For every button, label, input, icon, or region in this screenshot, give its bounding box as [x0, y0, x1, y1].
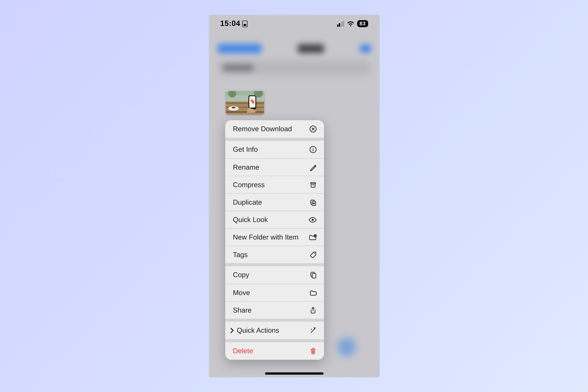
menu-item-label: Rename — [233, 163, 308, 171]
menu-item-label: Delete — [233, 347, 308, 355]
menu-item-delete[interactable]: Delete — [225, 342, 324, 360]
archive-icon — [308, 181, 317, 188]
app-header-blurred — [209, 37, 379, 89]
svg-point-17 — [312, 148, 313, 148]
menu-item-get-info[interactable]: Get Info — [225, 141, 324, 158]
eye-icon — [308, 216, 317, 224]
share-icon — [308, 306, 317, 314]
menu-item-label: Move — [233, 289, 308, 296]
menu-item-label: Duplicate — [233, 198, 308, 206]
menu-item-label: Compress — [233, 181, 308, 188]
wand-icon — [308, 326, 317, 334]
copy-icon — [308, 271, 317, 279]
title-blurred — [298, 44, 324, 53]
menu-item-move[interactable]: Move — [225, 284, 324, 301]
menu-item-duplicate[interactable]: Duplicate — [225, 193, 324, 211]
svg-rect-3 — [226, 102, 264, 104]
pencil-icon — [308, 163, 317, 171]
menu-item-label: New Folder with Item — [233, 233, 308, 241]
menu-item-label: Get Info — [233, 146, 308, 154]
menu-item-label: Quick Actions — [237, 326, 308, 334]
chevron-right-icon — [229, 327, 234, 334]
svg-rect-18 — [310, 182, 315, 184]
back-button-blurred — [218, 44, 261, 53]
search-field-blurred — [218, 60, 370, 75]
menu-item-rename[interactable]: Rename — [225, 158, 324, 176]
cellular-signal-icon — [337, 21, 344, 26]
duplicate-icon — [308, 198, 317, 206]
menu-item-tags[interactable]: Tags — [225, 246, 324, 263]
iphone-screenshot: 15:04 83 — [209, 15, 379, 377]
more-button-blurred — [360, 44, 370, 52]
menu-item-quick-actions[interactable]: Quick Actions — [225, 322, 324, 339]
wifi-icon — [347, 21, 354, 26]
status-time: 15:04 — [220, 19, 240, 28]
trash-icon — [308, 347, 317, 355]
tab-bar-dot-blurred — [337, 338, 356, 356]
folder-icon — [308, 289, 317, 296]
menu-item-compress[interactable]: Compress — [225, 176, 324, 193]
menu-item-label: Remove Download — [233, 125, 308, 133]
home-indicator — [265, 372, 323, 374]
sim-card-icon — [242, 20, 248, 27]
menu-item-label: Quick Look — [233, 216, 308, 224]
menu-item-quick-look[interactable]: Quick Look — [225, 211, 324, 228]
info-icon — [308, 146, 317, 154]
svg-rect-5 — [226, 111, 264, 113]
menu-item-copy[interactable]: Copy — [225, 266, 324, 284]
tag-icon — [308, 250, 317, 258]
menu-item-label: Tags — [233, 250, 308, 258]
battery-indicator: 83 — [357, 20, 368, 27]
status-bar-left: 15:04 — [220, 19, 248, 28]
context-menu: Remove DownloadGet InfoRenameCompressDup… — [225, 120, 324, 360]
menu-item-share[interactable]: Share — [225, 301, 324, 318]
menu-item-label: Share — [233, 306, 308, 314]
folder-plus-icon — [308, 233, 317, 241]
file-thumbnail[interactable] — [226, 91, 264, 114]
status-bar-right: 83 — [337, 20, 368, 27]
menu-item-remove-download[interactable]: Remove Download — [225, 120, 324, 138]
menu-item-label: Copy — [233, 271, 308, 279]
svg-point-21 — [312, 218, 314, 221]
svg-point-23 — [314, 252, 315, 254]
svg-rect-25 — [312, 273, 316, 278]
menu-item-new-folder[interactable]: New Folder with Item — [225, 228, 324, 246]
remove-circle-icon — [308, 125, 317, 133]
status-bar: 15:04 83 — [209, 15, 379, 32]
